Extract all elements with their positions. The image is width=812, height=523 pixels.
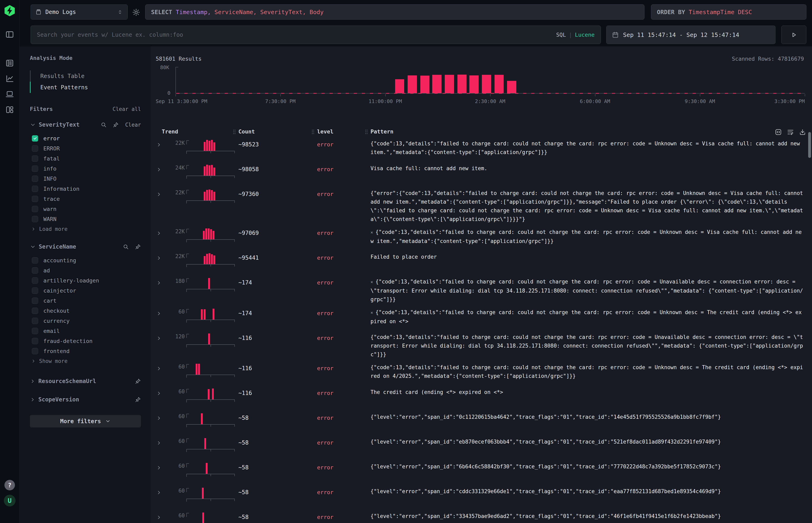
- view-code-icon[interactable]: [775, 129, 782, 136]
- pattern-row[interactable]: 60~116error{"code":13,"details":"failed …: [156, 360, 812, 385]
- column-header-trend[interactable]: Trend: [156, 128, 239, 135]
- pattern-row[interactable]: 180~174error×{"code":13,"details":"faile…: [156, 274, 812, 305]
- filter-option-artillery-loadgen[interactable]: artillery-loadgen: [30, 275, 141, 286]
- expand-row-chevron-icon[interactable]: [156, 231, 167, 236]
- pattern-row[interactable]: 60~174error×{"code":13,"details":"failed…: [156, 305, 812, 330]
- expand-row-chevron-icon[interactable]: [156, 280, 167, 286]
- expand-row-chevron-icon[interactable]: [156, 255, 167, 261]
- expand-row-chevron-icon[interactable]: [156, 440, 167, 446]
- dashboards-icon[interactable]: [5, 105, 14, 114]
- mode-sql-toggle[interactable]: SQL: [556, 32, 566, 38]
- wrap-text-icon[interactable]: [787, 129, 794, 136]
- pin-icon[interactable]: [135, 378, 141, 384]
- filter-group-header[interactable]: ServiceName: [30, 244, 141, 250]
- checkbox[interactable]: [32, 318, 38, 324]
- checkbox[interactable]: [32, 186, 38, 192]
- select-columns-input[interactable]: SELECT Timestamp, ServiceName, SeverityT…: [145, 4, 645, 20]
- checkbox[interactable]: [32, 206, 38, 212]
- clear-filter-button[interactable]: Clear: [125, 122, 141, 128]
- filter-option-error[interactable]: ERROR: [30, 143, 141, 154]
- pattern-row[interactable]: 60~58error{"level":"error","span_id":"cd…: [156, 484, 812, 509]
- search-input[interactable]: Search your events w/ Lucene ex. column:…: [31, 25, 601, 44]
- expand-row-chevron-icon[interactable]: [156, 336, 167, 341]
- column-header-count[interactable]: Count: [239, 128, 317, 135]
- mode-lucene-toggle[interactable]: Lucene: [575, 32, 595, 38]
- checkbox[interactable]: [32, 328, 38, 334]
- user-avatar[interactable]: U: [4, 495, 16, 506]
- search-logs-icon[interactable]: [5, 58, 14, 68]
- pattern-row[interactable]: 60~58error{"level":"error","span_id":"0c…: [156, 410, 812, 434]
- filter-option-error[interactable]: error: [30, 133, 141, 143]
- checkbox[interactable]: [32, 216, 38, 222]
- checkbox[interactable]: [32, 308, 38, 314]
- expand-row-chevron-icon[interactable]: [156, 142, 167, 148]
- expand-row-chevron-icon[interactable]: [156, 515, 167, 520]
- pin-icon[interactable]: [135, 244, 141, 250]
- filter-option-info[interactable]: INFO: [30, 174, 141, 184]
- pattern-row[interactable]: 22K~97069error×{"code":13,"details":"fai…: [156, 225, 812, 250]
- filter-option-email[interactable]: email: [30, 326, 141, 336]
- pin-icon[interactable]: [135, 397, 141, 403]
- checkbox[interactable]: [32, 176, 38, 182]
- filter-option-checkout[interactable]: checkout: [30, 306, 141, 316]
- toggle-sidebar-icon[interactable]: [5, 30, 14, 39]
- checkbox[interactable]: [32, 277, 38, 284]
- order-by-input[interactable]: ORDER BY TimestampTime DESC: [651, 4, 806, 20]
- filter-option-trace[interactable]: trace: [30, 194, 141, 204]
- filter-group-scopeversion[interactable]: ScopeVersion: [30, 396, 141, 403]
- checkbox[interactable]: [32, 288, 38, 294]
- filter-option-frontend[interactable]: frontend: [30, 346, 141, 356]
- source-select[interactable]: Demo Logs: [31, 4, 128, 20]
- date-range-picker[interactable]: Sep 11 15:47:14 - Sep 12 15:47:14: [606, 25, 776, 44]
- pattern-row[interactable]: 60~58error{"level":"error","span_id":"6b…: [156, 459, 812, 484]
- column-resize-handle[interactable]: [233, 129, 235, 134]
- filter-option-accounting[interactable]: accounting: [30, 255, 141, 265]
- filter-option-fatal[interactable]: fatal: [30, 154, 141, 163]
- pattern-row[interactable]: 60~58error{"level":"error","span_id":"33…: [156, 509, 812, 523]
- search-icon[interactable]: [123, 244, 129, 250]
- clear-all-filters-button[interactable]: Clear all: [112, 106, 141, 112]
- pattern-row[interactable]: 24K~98058errorVisa cache full: cannot ad…: [156, 161, 812, 186]
- checkbox[interactable]: [32, 348, 38, 354]
- hyperdx-logo-icon[interactable]: [4, 4, 16, 17]
- filter-group-resourceschemaurl[interactable]: ResourceSchemaUrl: [30, 378, 141, 384]
- download-icon[interactable]: [799, 129, 806, 136]
- column-resize-handle[interactable]: [312, 129, 314, 134]
- analysis-mode-item-event-patterns[interactable]: Event Patterns: [30, 82, 141, 93]
- expand-row-chevron-icon[interactable]: [156, 391, 167, 396]
- filter-option-currency[interactable]: currency: [30, 316, 141, 326]
- pattern-row[interactable]: 22K~95441errorFailed to place order: [156, 250, 812, 274]
- pattern-row[interactable]: 22K~97360error{"error":{"code":13,"detai…: [156, 186, 812, 225]
- checkbox[interactable]: [32, 135, 38, 142]
- gear-icon[interactable]: [132, 8, 140, 17]
- exclude-x-icon[interactable]: ×: [371, 230, 373, 235]
- checkbox[interactable]: [32, 165, 38, 172]
- pin-icon[interactable]: [113, 122, 119, 128]
- expand-row-chevron-icon[interactable]: [156, 415, 167, 421]
- filter-option-warn[interactable]: WARN: [30, 214, 141, 224]
- checkbox[interactable]: [32, 338, 38, 344]
- expand-row-chevron-icon[interactable]: [156, 366, 167, 372]
- checkbox[interactable]: [32, 145, 38, 151]
- vertical-scrollbar-thumb[interactable]: [808, 132, 811, 158]
- pattern-row[interactable]: 60~58error{"level":"error","span_id":"eb…: [156, 434, 812, 459]
- expand-row-chevron-icon[interactable]: [156, 490, 167, 495]
- pattern-row[interactable]: 22K~98523error{"code":13,"details":"fail…: [156, 136, 812, 161]
- more-filters-button[interactable]: More filters: [30, 415, 141, 428]
- help-button[interactable]: ?: [4, 480, 15, 490]
- run-query-button[interactable]: [781, 25, 806, 44]
- filter-group-header[interactable]: SeverityTextClear: [30, 121, 141, 128]
- load-more-link[interactable]: Show more: [30, 356, 141, 366]
- exclude-x-icon[interactable]: ×: [371, 279, 373, 285]
- chart-explorer-icon[interactable]: [5, 74, 14, 83]
- filter-option-info[interactable]: info: [30, 163, 141, 174]
- filter-option-fraud-detection[interactable]: fraud-detection: [30, 336, 141, 346]
- expand-row-chevron-icon[interactable]: [156, 311, 167, 316]
- load-more-link[interactable]: Load more: [30, 224, 141, 234]
- analysis-mode-item-results-table[interactable]: Results Table: [30, 70, 141, 82]
- checkbox[interactable]: [32, 267, 38, 274]
- filter-option-ad[interactable]: ad: [30, 265, 141, 275]
- sessions-icon[interactable]: [5, 90, 14, 99]
- expand-row-chevron-icon[interactable]: [156, 167, 167, 173]
- pattern-row[interactable]: 120~116error{"code":13,"details":"failed…: [156, 330, 812, 360]
